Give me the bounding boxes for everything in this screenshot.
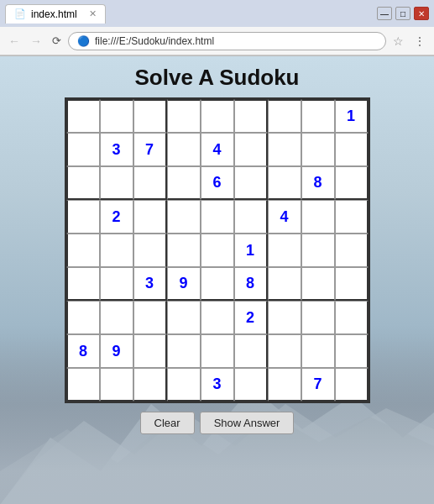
sudoku-cell[interactable] [100, 301, 133, 334]
sudoku-cell[interactable]: 2 [100, 200, 133, 234]
sudoku-cell[interactable] [66, 133, 100, 166]
sudoku-cell[interactable]: 7 [301, 368, 335, 402]
sudoku-cell[interactable] [268, 334, 301, 368]
address-lock-icon: 🔵 [77, 35, 90, 47]
sudoku-cell[interactable] [301, 133, 335, 166]
sudoku-cell[interactable] [167, 200, 201, 234]
sudoku-cell[interactable] [133, 99, 167, 133]
menu-icon[interactable]: ⋮ [410, 33, 429, 50]
sudoku-cell[interactable] [301, 200, 335, 234]
sudoku-cell[interactable] [268, 301, 301, 334]
sudoku-cell[interactable]: 1 [335, 99, 369, 133]
sudoku-cell[interactable] [100, 267, 133, 301]
sudoku-cell[interactable] [66, 166, 100, 200]
sudoku-cell[interactable] [133, 234, 167, 267]
sudoku-cell[interactable] [201, 234, 234, 267]
sudoku-cell[interactable] [201, 99, 234, 133]
sudoku-cell[interactable] [234, 334, 268, 368]
title-bar-controls: — □ ✕ [377, 7, 429, 20]
sudoku-cell[interactable] [268, 99, 301, 133]
sudoku-cell[interactable] [201, 334, 234, 368]
sudoku-cell[interactable] [335, 200, 369, 234]
sudoku-cell[interactable] [100, 368, 133, 402]
tab-file-icon: 📄 [14, 8, 26, 19]
bookmark-icon[interactable]: ☆ [390, 33, 407, 50]
page-content: Solve A Sudoku 13746824139828937 Clear S… [0, 56, 434, 504]
sudoku-cell[interactable] [66, 200, 100, 234]
sudoku-cell[interactable] [335, 301, 369, 334]
sudoku-cell[interactable] [66, 301, 100, 334]
sudoku-cell[interactable] [335, 133, 369, 166]
tab-close-icon[interactable]: ✕ [89, 8, 97, 19]
sudoku-cell[interactable]: 4 [201, 133, 234, 166]
sudoku-cell[interactable] [66, 234, 100, 267]
title-bar-left: 📄 index.html ✕ [5, 4, 106, 24]
sudoku-cell[interactable]: 9 [167, 267, 201, 301]
sudoku-cell[interactable] [167, 234, 201, 267]
sudoku-cell[interactable] [167, 99, 201, 133]
sudoku-cell[interactable]: 8 [301, 166, 335, 200]
sudoku-cell[interactable]: 4 [268, 200, 301, 234]
sudoku-cell[interactable]: 3 [133, 267, 167, 301]
sudoku-cell[interactable]: 1 [234, 234, 268, 267]
sudoku-cell[interactable] [167, 166, 201, 200]
sudoku-cell[interactable]: 9 [100, 334, 133, 368]
sudoku-cell[interactable] [268, 234, 301, 267]
sudoku-cell[interactable] [201, 200, 234, 234]
minimize-button[interactable]: — [377, 7, 392, 20]
sudoku-cell[interactable] [268, 368, 301, 402]
close-button[interactable]: ✕ [414, 7, 429, 20]
sudoku-cell[interactable] [301, 334, 335, 368]
sudoku-cell[interactable] [268, 267, 301, 301]
sudoku-cell[interactable] [268, 166, 301, 200]
sudoku-cell[interactable] [100, 166, 133, 200]
sudoku-cell[interactable] [301, 301, 335, 334]
sudoku-cell[interactable] [66, 267, 100, 301]
sudoku-cell[interactable] [301, 234, 335, 267]
refresh-button[interactable]: ⟳ [49, 33, 65, 49]
sudoku-cell[interactable] [301, 99, 335, 133]
sudoku-cell[interactable] [201, 301, 234, 334]
sudoku-cell[interactable] [66, 368, 100, 402]
sudoku-cell[interactable] [335, 368, 369, 402]
sudoku-cell[interactable] [335, 234, 369, 267]
sudoku-cell[interactable] [335, 334, 369, 368]
sudoku-cell[interactable] [234, 99, 268, 133]
sudoku-cell[interactable] [234, 133, 268, 166]
sudoku-cell[interactable] [133, 368, 167, 402]
sudoku-cell[interactable] [167, 133, 201, 166]
back-button[interactable]: ← [5, 33, 24, 50]
sudoku-cell[interactable] [100, 99, 133, 133]
browser-tab[interactable]: 📄 index.html ✕ [5, 4, 106, 24]
sudoku-cell[interactable] [201, 267, 234, 301]
sudoku-cell[interactable] [167, 368, 201, 402]
sudoku-cell[interactable] [234, 368, 268, 402]
sudoku-cell[interactable]: 8 [234, 267, 268, 301]
buttons-row: Clear Show Answer [140, 412, 295, 434]
sudoku-cell[interactable] [301, 267, 335, 301]
address-bar[interactable]: 🔵 file:///E:/Sudoku/index.html [68, 32, 386, 50]
sudoku-cell[interactable]: 2 [234, 301, 268, 334]
sudoku-cell[interactable] [66, 99, 100, 133]
sudoku-cell[interactable]: 3 [100, 133, 133, 166]
sudoku-cell[interactable] [335, 166, 369, 200]
sudoku-cell[interactable] [167, 334, 201, 368]
sudoku-cell[interactable]: 7 [133, 133, 167, 166]
sudoku-cell[interactable]: 8 [66, 334, 100, 368]
clear-button[interactable]: Clear [140, 412, 195, 434]
forward-button[interactable]: → [27, 33, 45, 50]
sudoku-cell[interactable] [268, 133, 301, 166]
sudoku-cell[interactable] [133, 166, 167, 200]
sudoku-cell[interactable] [133, 301, 167, 334]
maximize-button[interactable]: □ [395, 7, 410, 20]
sudoku-cell[interactable] [167, 301, 201, 334]
show-answer-button[interactable]: Show Answer [200, 412, 295, 434]
sudoku-cell[interactable] [234, 200, 268, 234]
sudoku-cell[interactable] [100, 234, 133, 267]
sudoku-cell[interactable] [133, 334, 167, 368]
sudoku-cell[interactable] [335, 267, 369, 301]
sudoku-cell[interactable] [133, 200, 167, 234]
sudoku-cell[interactable]: 6 [201, 166, 234, 200]
sudoku-cell[interactable]: 3 [201, 368, 234, 402]
sudoku-cell[interactable] [234, 166, 268, 200]
